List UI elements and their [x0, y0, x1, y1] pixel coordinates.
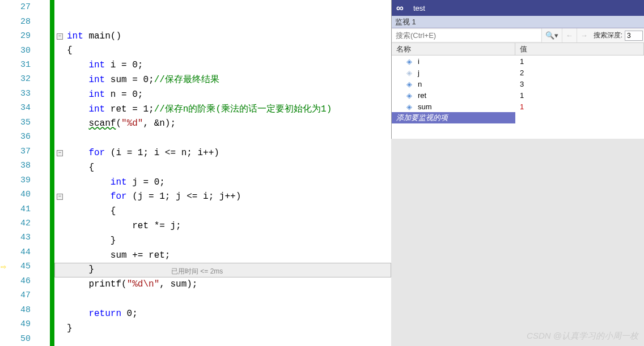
gutter-line[interactable]: 35	[0, 116, 50, 130]
watch-panel: test 监视 1 🔍▾ ← → 搜索深度: 名称 值 i1j2n3ret1su…	[391, 0, 644, 139]
watch-var-name: j	[418, 69, 420, 77]
gutter-line[interactable]: 43	[0, 230, 50, 245]
variable-icon	[406, 69, 414, 76]
code-line[interactable]: int i = 0;	[67, 58, 391, 73]
code-line[interactable]: for (i = 1; i <= n; i++)	[67, 146, 391, 161]
search-icon[interactable]: 🔍▾	[541, 28, 562, 42]
watch-add-value	[515, 112, 644, 123]
code-line[interactable]	[67, 131, 391, 146]
gutter-line[interactable]: 50	[0, 331, 50, 345]
watch-var-name: ret	[418, 91, 426, 100]
code-line[interactable]: int main()	[67, 29, 391, 44]
col-value-header[interactable]: 值	[515, 43, 644, 55]
gutter-line[interactable]: 40	[0, 187, 50, 202]
gutter-line[interactable]: ⇨45	[0, 259, 50, 274]
gutter-line[interactable]: 47	[0, 288, 50, 302]
code-line[interactable]: int sum = 0;//保存最终结果	[67, 73, 391, 88]
code-line[interactable]: }	[67, 322, 391, 336]
gutter-line[interactable]: 32	[0, 72, 50, 86]
watch-var-value[interactable]: 3	[515, 80, 644, 88]
code-line[interactable]: for (j = 1; j <= i; j++)	[67, 190, 391, 204]
watch-var-value[interactable]: 1	[515, 102, 644, 111]
watch-title-bar: test	[392, 0, 644, 16]
depth-input[interactable]	[625, 31, 643, 41]
gutter-line[interactable]: 37	[0, 144, 50, 159]
gutter-line[interactable]: 49	[0, 317, 50, 331]
col-name-header[interactable]: 名称	[392, 43, 515, 55]
code-line[interactable]: {	[67, 161, 391, 176]
fold-toggle-icon[interactable]: −	[57, 194, 63, 200]
watch-var-name: i	[418, 57, 420, 66]
watch-row[interactable]: i1	[392, 55, 644, 67]
code-line[interactable]: scanf("%d", &n);	[67, 117, 391, 131]
gutter-line[interactable]: 28	[0, 14, 50, 28]
watch-add-placeholder[interactable]: 添加要监视的项	[392, 113, 515, 123]
variable-icon	[406, 91, 414, 99]
gutter-line[interactable]: 33	[0, 87, 50, 101]
watch-row[interactable]: ret1	[392, 89, 644, 101]
gutter-line[interactable]: 34	[0, 101, 50, 115]
watermark: CSDN @认真学习的小周一枚	[527, 331, 638, 341]
variable-icon	[406, 57, 414, 65]
nav-forward-icon: →	[577, 28, 591, 42]
depth-label: 搜索深度:	[591, 31, 625, 40]
watch-tab-bar[interactable]: 监视 1	[392, 16, 644, 28]
fold-toggle-icon[interactable]: −	[57, 33, 63, 40]
fold-toggle-icon[interactable]: −	[57, 150, 63, 156]
watch-rows: i1j2n3ret1sum1	[392, 55, 644, 112]
code-line[interactable]: int j = 0;	[67, 176, 391, 190]
code-line[interactable]	[67, 0, 391, 15]
line-gutter: 272829303132333435363738394041424344⇨454…	[0, 0, 50, 346]
gutter-line[interactable]: 36	[0, 130, 50, 144]
watch-row[interactable]: n3	[392, 78, 644, 89]
gutter-line[interactable]: 39	[0, 173, 50, 187]
gutter-line[interactable]: 31	[0, 58, 50, 72]
code-line[interactable]	[67, 292, 391, 307]
variable-icon	[406, 80, 414, 88]
code-line[interactable]: int n = 0;	[67, 88, 391, 102]
watch-columns-header: 名称 值	[392, 43, 644, 55]
vs-logo-icon	[396, 2, 408, 14]
nav-back-icon: ←	[562, 28, 577, 42]
watch-var-value[interactable]: 1	[515, 57, 644, 66]
watch-row[interactable]: j2	[392, 67, 644, 78]
code-line[interactable]: sum += ret;	[67, 249, 391, 263]
gutter-line[interactable]: 42	[0, 216, 50, 230]
watch-title: test	[413, 4, 425, 12]
code-content[interactable]: int main(){ int i = 0; int sum = 0;//保存最…	[67, 0, 391, 336]
code-line[interactable]: int ret = 1;//保存n的阶乘(乘法的话一定要初始化为1)	[67, 102, 391, 117]
watch-search-bar: 🔍▾ ← → 搜索深度:	[392, 28, 644, 43]
watch-add-row[interactable]: 添加要监视的项	[392, 112, 644, 123]
watch-var-value[interactable]: 2	[515, 69, 644, 77]
watch-var-name: sum	[418, 102, 432, 111]
watch-tab-label[interactable]: 监视 1	[395, 17, 416, 27]
watch-row[interactable]: sum1	[392, 101, 644, 112]
fold-column: −−−	[57, 0, 66, 346]
code-line[interactable]: return 0;	[67, 307, 391, 322]
variable-icon	[406, 102, 414, 110]
code-line[interactable]: }已用时间 <= 2ms	[67, 263, 94, 277]
gutter-line[interactable]: 38	[0, 159, 50, 173]
gutter-line[interactable]: 46	[0, 274, 50, 288]
code-line[interactable]: printf("%d\n", sum);	[67, 277, 391, 292]
code-line[interactable]: ret *= j;	[67, 219, 391, 234]
gutter-line[interactable]: 44	[0, 245, 50, 259]
code-editor[interactable]: 272829303132333435363738394041424344⇨454…	[0, 0, 391, 346]
code-line[interactable]	[67, 15, 391, 29]
code-line[interactable]: {	[67, 204, 391, 219]
watch-var-value[interactable]: 1	[515, 91, 644, 100]
gutter-line[interactable]: 48	[0, 303, 50, 317]
gutter-line[interactable]: 30	[0, 43, 50, 57]
gutter-line[interactable]: 27	[0, 0, 50, 14]
watch-var-name: n	[418, 80, 422, 88]
watch-search-input[interactable]	[392, 29, 541, 41]
gutter-line[interactable]: 29	[0, 29, 50, 43]
code-line[interactable]: {	[67, 44, 391, 58]
change-marker-bar	[50, 0, 54, 346]
gutter-line[interactable]: 41	[0, 202, 50, 216]
code-line[interactable]: }	[67, 234, 391, 249]
